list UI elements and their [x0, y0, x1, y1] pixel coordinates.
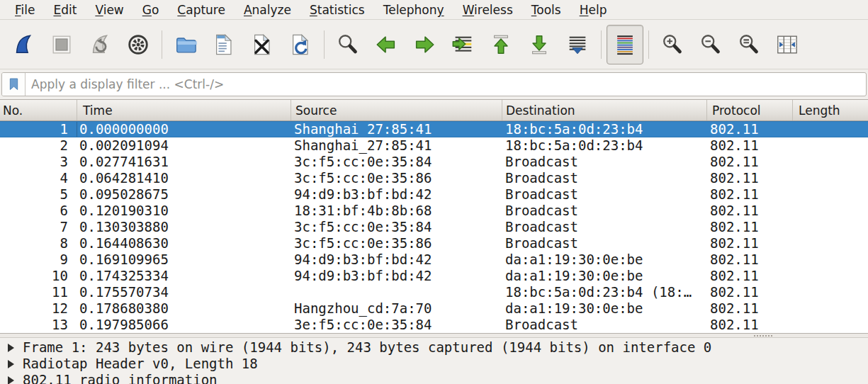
- menu-statistics[interactable]: Statistics: [300, 1, 374, 19]
- menu-telephony[interactable]: Telephony: [374, 1, 453, 19]
- colorize-button[interactable]: [607, 25, 643, 64]
- menu-tools[interactable]: Tools: [522, 1, 570, 19]
- main-toolbar: [0, 20, 868, 69]
- packet-row-13[interactable]: 130.1979850663e:f5:cc:0e:35:84Broadcast8…: [0, 317, 868, 333]
- resize-columns-button[interactable]: [769, 25, 806, 64]
- toolbar-separator: [162, 30, 162, 59]
- previous-packet-button[interactable]: [368, 25, 405, 64]
- pane-splitter[interactable]: [0, 333, 868, 338]
- menu-analyze[interactable]: Analyze: [235, 1, 300, 19]
- packet-row-2[interactable]: 20.002091094Shanghai_27:85:4118:bc:5a:0d…: [0, 137, 868, 154]
- auto-scroll-button[interactable]: [559, 25, 596, 64]
- packet-row-10[interactable]: 100.17432533494:d9:b3:bf:bd:42da:a1:19:3…: [0, 268, 868, 284]
- close-file-button[interactable]: [244, 25, 281, 64]
- packet-row-8[interactable]: 80.1644086303c:f5:cc:0e:35:86Broadcast80…: [0, 235, 868, 252]
- detail-line[interactable]: Radiotap Header v0, Length 18: [0, 356, 868, 372]
- packet-row-6[interactable]: 60.12019031018:31:bf:4b:8b:68Broadcast80…: [0, 203, 868, 219]
- menu-go[interactable]: Go: [133, 1, 169, 19]
- cell-time: 0.175570734: [77, 284, 291, 300]
- first-packet-button[interactable]: [483, 25, 519, 64]
- cell-destination: 18:bc:5a:0d:23:b4: [502, 137, 707, 154]
- goto-packet-button[interactable]: [444, 25, 481, 64]
- last-packet-icon: [527, 33, 551, 57]
- menu-help[interactable]: Help: [570, 1, 616, 19]
- stop-capture-icon: [50, 33, 74, 57]
- cell-length: [793, 154, 868, 170]
- menu-capture[interactable]: Capture: [168, 1, 235, 19]
- cell-destination: da:a1:19:30:0e:be: [502, 252, 707, 268]
- packet-row-1[interactable]: 10.000000000Shanghai_27:85:4118:bc:5a:0d…: [0, 121, 868, 137]
- colorize-icon: [613, 33, 637, 57]
- capture-options-icon: [126, 33, 150, 57]
- packet-row-3[interactable]: 30.0277416313c:f5:cc:0e:35:84Broadcast80…: [0, 154, 868, 170]
- stop-capture-button[interactable]: [43, 25, 80, 64]
- column-header-destination[interactable]: Destination: [502, 100, 707, 120]
- toolbar-separator: [648, 30, 649, 59]
- packet-details-pane: Frame 1: 243 bytes on wire (1944 bits), …: [0, 338, 868, 384]
- column-header-source[interactable]: Source: [291, 100, 502, 120]
- cell-protocol: 802.11: [707, 300, 793, 317]
- open-file-icon: [174, 33, 198, 57]
- cell-no: 9: [0, 252, 77, 268]
- cell-destination: Broadcast: [502, 235, 707, 252]
- toolbar-separator: [324, 30, 325, 59]
- cell-protocol: 802.11: [707, 268, 793, 284]
- column-header-length[interactable]: Length: [793, 100, 868, 120]
- cell-protocol: 802.11: [707, 252, 793, 268]
- cell-destination: da:a1:19:30:0e:be: [502, 268, 707, 284]
- cell-destination: 18:bc:5a:0d:23:b4 (18:…: [502, 284, 707, 300]
- expand-triangle-icon[interactable]: [8, 360, 14, 368]
- last-packet-button[interactable]: [521, 25, 558, 64]
- next-packet-button[interactable]: [406, 25, 443, 64]
- cell-destination: 18:bc:5a:0d:23:b4: [502, 122, 707, 137]
- menu-file[interactable]: File: [6, 1, 44, 19]
- zoom-in-button[interactable]: [654, 25, 691, 64]
- cell-time: 0.027741631: [77, 154, 291, 170]
- cell-destination: da:a1:19:30:0e:be: [502, 300, 707, 317]
- detail-line-text: Frame 1: 243 bytes on wire (1944 bits), …: [23, 339, 711, 356]
- restart-capture-button[interactable]: [81, 25, 118, 64]
- zoom-original-button[interactable]: [731, 25, 767, 64]
- column-header-time[interactable]: Time: [77, 100, 291, 120]
- expand-triangle-icon[interactable]: [8, 376, 14, 384]
- cell-length: [793, 268, 868, 284]
- packet-row-5[interactable]: 50.09502867594:d9:b3:bf:bd:42Broadcast80…: [0, 186, 868, 203]
- cell-no: 7: [0, 219, 77, 235]
- menu-edit[interactable]: Edit: [44, 1, 86, 19]
- cell-protocol: 802.11: [707, 170, 793, 186]
- open-file-button[interactable]: [167, 25, 204, 64]
- start-capture-button[interactable]: [5, 25, 42, 64]
- cell-destination: Broadcast: [502, 154, 707, 170]
- cell-source: 94:d9:b3:bf:bd:42: [291, 186, 502, 203]
- menu-view[interactable]: View: [86, 1, 133, 19]
- column-header-no[interactable]: No.: [0, 100, 77, 120]
- save-file-button[interactable]: [205, 25, 242, 64]
- capture-options-button[interactable]: [120, 25, 157, 64]
- cell-destination: Broadcast: [502, 317, 707, 333]
- packet-row-4[interactable]: 40.0642814103c:f5:cc:0e:35:86Broadcast80…: [0, 170, 868, 186]
- packet-row-7[interactable]: 70.1303038803c:f5:cc:0e:35:84Broadcast80…: [0, 219, 868, 235]
- display-filter-input[interactable]: [26, 73, 866, 96]
- next-packet-icon: [412, 33, 436, 57]
- cell-time: 0.197985066: [77, 317, 291, 333]
- packet-row-12[interactable]: 120.178680380Hangzhou_cd:7a:70da:a1:19:3…: [0, 300, 868, 317]
- filter-bookmark-button[interactable]: [2, 73, 26, 96]
- reload-file-button[interactable]: [282, 25, 319, 64]
- find-packet-button[interactable]: [329, 25, 366, 64]
- menu-wireless[interactable]: Wireless: [453, 1, 522, 19]
- cell-destination: Broadcast: [502, 170, 707, 186]
- zoom-out-icon: [699, 33, 723, 57]
- cell-protocol: 802.11: [707, 235, 793, 252]
- reload-file-icon: [288, 33, 312, 57]
- cell-length: [793, 137, 868, 154]
- zoom-out-button[interactable]: [692, 25, 729, 64]
- packet-row-9[interactable]: 90.16910996594:d9:b3:bf:bd:42da:a1:19:30…: [0, 252, 868, 268]
- expand-triangle-icon[interactable]: [8, 344, 14, 352]
- zoom-original-icon: [737, 33, 761, 57]
- detail-line[interactable]: 802.11 radio information: [0, 372, 868, 384]
- packet-row-11[interactable]: 110.17557073418:bc:5a:0d:23:b4 (18:…802.…: [0, 284, 868, 300]
- detail-line[interactable]: Frame 1: 243 bytes on wire (1944 bits), …: [0, 339, 868, 356]
- cell-no: 2: [0, 137, 77, 154]
- column-header-protocol[interactable]: Protocol: [707, 100, 793, 120]
- cell-source: 3c:f5:cc:0e:35:86: [291, 170, 502, 186]
